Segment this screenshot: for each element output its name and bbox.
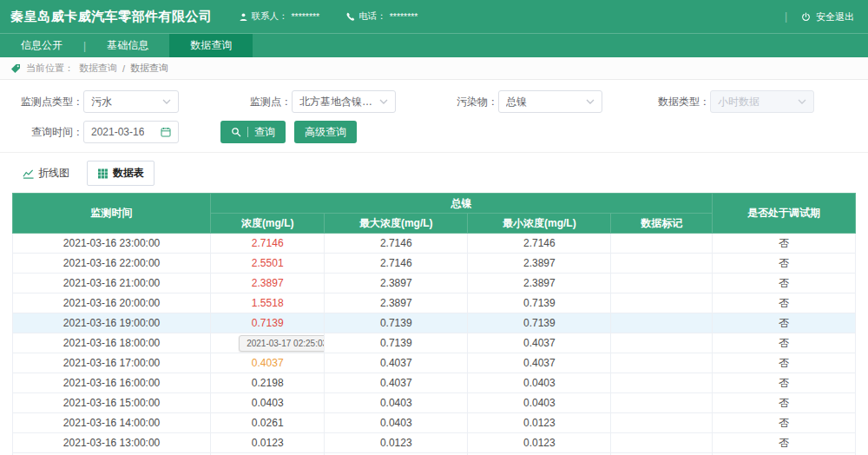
query-time-label: 查询时间： (0, 125, 83, 140)
table-icon (97, 168, 108, 179)
search-button[interactable]: 查询 (220, 121, 286, 143)
cell-value: 2.5501 (211, 254, 325, 274)
monitor-point-select[interactable]: 北方基地含镍废... (292, 90, 396, 113)
cell-max: 0.4037 (325, 353, 468, 373)
cell-debug: 否 (712, 254, 855, 274)
cell-time: 2021-03-16 23:00:00 (13, 234, 211, 254)
cell-debug: 否 (712, 274, 855, 293)
data-type-value: 小时数据 (718, 95, 760, 109)
button-divider (247, 127, 248, 137)
cell-min: 0.0403 (468, 373, 611, 393)
cell-min: 0.0403 (468, 393, 611, 413)
cell-time: 2021-03-16 15:00:00 (13, 393, 211, 413)
cell-debug: 否 (712, 313, 855, 333)
cell-value: 2.7146 (211, 234, 325, 254)
monitor-type-select[interactable]: 污水 (83, 90, 179, 113)
cell-debug: 否 (712, 373, 855, 393)
cell-mark (611, 254, 713, 274)
cell-debug: 否 (712, 393, 855, 413)
nav-item-basic-info[interactable]: 基础信息 (86, 34, 169, 57)
cell-debug: 否 (712, 353, 855, 373)
col-header-pollutant-group: 总镍 (211, 194, 713, 214)
view-tabs: 折线图 数据表 (12, 161, 856, 186)
cell-min: 0.7139 (468, 293, 611, 313)
table-row: 2021-03-16 15:00:00 0.0403 0.0403 0.0403… (13, 393, 856, 413)
cell-time: 2021-03-16 14:00:00 (13, 413, 211, 433)
cell-time: 2021-03-16 18:00:00 (13, 333, 211, 353)
table-header: 监测时间 总镍 是否处于调试期 浓度(mg/L) 最大浓度(mg/L) 最小浓度… (13, 194, 856, 234)
logout-button[interactable]: | 安全退出 (785, 10, 854, 23)
tab-line-chart-label: 折线图 (38, 166, 69, 181)
tag-icon (10, 63, 21, 74)
phone-icon (345, 12, 355, 22)
nav-item-data-query[interactable]: 数据查询 (169, 34, 253, 57)
col-header-mark: 数据标记 (611, 214, 713, 234)
monitor-point-label: 监测点： (229, 95, 292, 109)
person-icon (239, 12, 248, 22)
search-button-label: 查询 (254, 125, 275, 140)
data-type-group: 数据类型： 小时数据 (648, 90, 814, 113)
cell-value: 1.5518 (211, 293, 325, 313)
data-type-select: 小时数据 (710, 90, 814, 113)
breadcrumb: 当前位置： 数据查询 / 数据查询 (0, 57, 868, 80)
monitor-type-value: 污水 (91, 95, 112, 109)
nav-item-info-disclosure[interactable]: 信息公开 (0, 34, 83, 57)
table-row-hovered: 2021-03-16 19:00:00 0.7139 0.7139 0.7139… (13, 313, 856, 333)
cell-mark (611, 353, 713, 373)
table-row: 2021-03-16 22:00:00 2.5501 2.7146 2.3897… (13, 254, 856, 274)
contact-value: ******** (292, 11, 320, 22)
pollutant-select[interactable]: 总镍 (498, 90, 602, 113)
logout-label: 安全退出 (816, 10, 854, 23)
contact-label: 联系人： (252, 10, 288, 23)
cell-max: 0.4037 (325, 373, 468, 393)
monitor-type-group: 监测点类型： 污水 (0, 90, 179, 113)
line-chart-icon (23, 168, 34, 179)
query-date-value: 2021-03-16 (91, 126, 144, 138)
cell-mark (611, 313, 713, 333)
cell-mark (611, 333, 713, 353)
cell-min: 0.7139 (468, 313, 611, 333)
tab-data-table[interactable]: 数据表 (87, 161, 155, 186)
query-buttons: 查询 高级查询 (220, 121, 357, 143)
chevron-down-icon (379, 99, 388, 104)
cell-debug: 否 (712, 433, 855, 453)
cell-value: 0.0261 (211, 413, 325, 433)
filter-row-2: 查询时间： 2021-03-16 查询 高级查询 (0, 121, 868, 143)
cell-min: 0.4037 (468, 333, 611, 353)
advanced-search-button[interactable]: 高级查询 (294, 121, 357, 143)
query-date-input[interactable]: 2021-03-16 (83, 121, 179, 143)
cell-value: 0.4037 (211, 353, 325, 373)
table-row: 2021-03-16 23:00:00 2.7146 2.7146 2.7146… (13, 234, 856, 254)
data-table: 监测时间 总镍 是否处于调试期 浓度(mg/L) 最大浓度(mg/L) 最小浓度… (12, 193, 856, 455)
filter-panel: 监测点类型： 污水 监测点： 北方基地含镍废... 污染物： 总镍 数据类型： … (0, 80, 868, 153)
breadcrumb-separator: / (122, 63, 125, 74)
cell-value: 0.0403 (211, 393, 325, 413)
phone-info: 电话：******** (345, 10, 418, 23)
cell-max: 0.0403 (325, 393, 468, 413)
advanced-search-label: 高级查询 (305, 125, 346, 140)
tab-line-chart[interactable]: 折线图 (12, 161, 80, 186)
pollutant-value: 总镍 (506, 95, 527, 109)
cell-min: 2.3897 (468, 274, 611, 293)
power-icon (801, 12, 811, 22)
breadcrumb-section[interactable]: 数据查询 (79, 62, 117, 75)
cell-debug: 否 (712, 413, 855, 433)
search-icon (231, 127, 241, 137)
chevron-down-icon (798, 99, 806, 104)
cell-mark (611, 393, 713, 413)
cell-mark (611, 413, 713, 433)
table-row: 2021-03-16 13:00:00 0.0123 0.0123 0.0123… (13, 433, 856, 453)
main-nav: 信息公开 | 基础信息 数据查询 (0, 33, 868, 57)
cell-value: 0.7139 (211, 313, 325, 333)
cell-time: 2021-03-16 20:00:00 (13, 293, 211, 313)
cell-time: 2021-03-16 16:00:00 (13, 373, 211, 393)
cell-mark (611, 433, 713, 453)
table-row: 2021-03-16 16:00:00 0.2198 0.4037 0.0403… (13, 373, 856, 393)
cell-time: 2021-03-16 19:00:00 (13, 313, 211, 333)
cell-min: 2.3897 (468, 254, 611, 274)
cell-max: 2.3897 (325, 293, 468, 313)
cell-debug: 否 (712, 333, 855, 353)
cell-min: 0.0123 (468, 433, 611, 453)
data-type-label: 数据类型： (648, 95, 710, 109)
col-header-time: 监测时间 (13, 194, 211, 234)
